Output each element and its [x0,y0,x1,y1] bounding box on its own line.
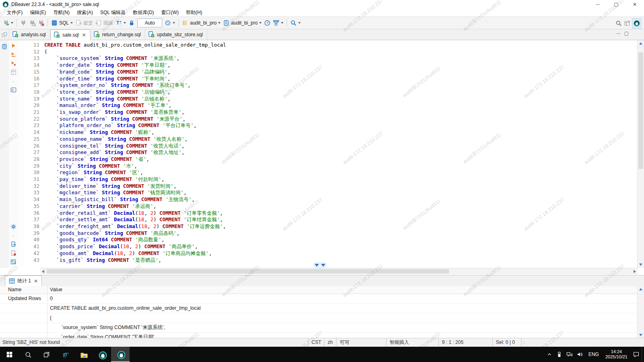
dropdown-arrow-icon[interactable] [259,22,262,24]
code-line[interactable]: 25 `consignee_name` String COMMENT '收货人名… [24,136,638,143]
show-desktop-button[interactable] [642,347,644,362]
code-line[interactable]: 16 `order_time` String COMMENT '下单时间', [24,76,638,82]
usb-icon[interactable] [554,347,564,362]
perspective-button[interactable] [623,19,632,28]
code-line[interactable]: 40 `goods_qty` Int64 COMMENT '商品数量', [24,237,638,243]
panel-vertical-scrollbar[interactable] [637,286,644,338]
dropdown-arrow-icon[interactable] [70,22,73,24]
plug-button[interactable] [19,18,28,28]
code-line[interactable]: 14 `order_date` String COMMENT '下单日期', [24,62,638,69]
menu-item-7[interactable]: 帮助(H) [182,8,206,17]
code-line[interactable]: 38 `order_freight_amt` Decimal(18, 2) CO… [24,223,638,230]
plug-connect-button[interactable] [2,18,14,28]
commit-mode-combo[interactable]: Auto [137,19,162,27]
editor-tab-0[interactable]: analysis.sql [9,29,50,40]
minimize-editor-icon[interactable]: ─ [617,31,620,36]
code-line[interactable]: 39 `goods_barcode` String COMMENT '商品条码'… [24,230,638,237]
menu-item-2[interactable]: 导航(N) [50,8,73,17]
editor-vertical-scrollbar[interactable] [637,40,644,268]
code-line[interactable]: 11CREATE TABLE audit_bi_pro.custom_onlin… [24,42,638,49]
panel-scroll-down-icon[interactable] [639,334,642,336]
code-line[interactable]: 19 `store_name` String COMMENT '店铺名称', [24,96,638,103]
code-line[interactable]: 18 `store_code` String COMMENT '店铺编码', [24,89,638,96]
scroll-right-icon[interactable] [634,270,636,273]
grid-header-value[interactable]: Value [47,286,638,294]
code-line[interactable]: 31 `pay_time` String COMMENT '付款时间', [24,176,638,183]
dropdown-arrow-icon[interactable] [298,22,301,24]
code-line[interactable]: 30 `region` String COMMENT '区', [24,169,638,176]
commit-button[interactable]: 提交 [74,18,94,28]
close-tab-icon[interactable]: ✕ [82,32,86,38]
start-taskbar-button[interactable] [0,347,19,362]
history-button[interactable] [163,18,176,28]
schema-button[interactable]: audit_bi_pro [222,18,263,28]
scroll-left-icon[interactable] [42,270,44,273]
search-button[interactable] [614,19,623,28]
vertical-scroll-thumb[interactable] [638,52,643,169]
dashboard-button[interactable] [263,18,272,28]
sql-editor-button[interactable]: SQL [50,18,74,28]
code-line[interactable]: 29 `city` String COMMENT '市', [24,163,638,170]
file-explorer-taskbar-button[interactable] [74,347,93,362]
code-line[interactable]: 42 `goods_amt` Decimal(18, 2) COMMENT '订… [24,250,638,257]
code-line[interactable]: 20 `manual_order` String COMMENT '手工单', [24,102,638,109]
horizontal-scroll-thumb[interactable] [47,269,449,274]
editor-horizontal-scrollbar[interactable] [40,268,638,275]
code-line[interactable]: 37 `order_settle_amt` Decimal(18, 2) COM… [24,216,638,223]
grid-row[interactable]: Updated Rows0 [0,294,638,304]
notification-center-icon[interactable] [631,347,642,362]
dropdown-arrow-icon[interactable] [173,22,175,24]
grid-row[interactable]: `order_date` String COMMENT '下单日期', [0,333,638,338]
code-line[interactable]: 15 `brand_code` String COMMENT '品牌编码', [24,69,638,76]
taskbar-search-taskbar-button[interactable] [19,347,37,362]
editor-tab-2[interactable]: return_change.sql [91,29,145,40]
taskbar-clock[interactable]: 14:24 2025/10/21 [602,349,631,360]
code-line[interactable]: 23 `platform_order_no` String COMMENT '平… [24,122,638,129]
menu-item-4[interactable]: SQL 编辑器 [97,8,129,17]
erd-button[interactable] [272,18,285,28]
scroll-down-icon[interactable] [639,263,642,266]
code-line[interactable]: 26 `consignee_tel` String COMMENT '收货人电话… [24,143,638,150]
panel-scroll-up-icon[interactable] [639,288,642,290]
menu-item-5[interactable]: 数据库(D) [129,8,158,17]
grid-row[interactable]: CREATE TABLE audit_bi_pro.custom_online_… [0,304,638,313]
volume-icon[interactable] [575,347,585,362]
search-blue-button[interactable] [289,18,302,28]
language-indicator[interactable]: ENG [585,347,602,362]
ie-taskbar-button[interactable]: e [56,347,74,362]
dbeaver-taskbar-button[interactable] [111,347,130,362]
database-navigator-icon[interactable] [1,43,8,51]
plug-disconnect-button[interactable] [37,18,45,28]
grid-row[interactable]: ( [0,313,638,323]
restore-panes-icon[interactable] [0,29,9,40]
code-line[interactable]: 36 `order_retail_amt` Decimal(18, 2) COM… [24,210,638,217]
maximize-editor-icon[interactable]: ▢ [624,31,629,36]
code-line[interactable]: 24 `nickname` String COMMENT '昵称', [24,129,638,136]
database-button[interactable]: audit_bi_pro [181,18,222,28]
menu-item-6[interactable]: 窗口(W) [158,8,182,17]
rollback-button[interactable]: 回滚 [94,18,114,28]
code-line[interactable]: 34 `main_logistic_bill` String COMMENT '… [24,196,638,203]
sash-restore-arrows[interactable] [313,262,327,268]
code-line[interactable]: 21 `is_swap_order` String COMMENT '是否换货单… [24,109,638,116]
code-line[interactable]: 17 `system_order_no` String COMMENT '系统订… [24,82,638,89]
code-line[interactable]: 22 `source_platform` String COMMENT '来源平… [24,116,638,123]
scroll-up-icon[interactable] [639,42,642,45]
dbeaver-taskbar-button[interactable] [93,347,111,362]
lock-button[interactable] [127,18,136,28]
code-line[interactable]: 27 `consignee_add` String COMMENT '收货人地址… [24,149,638,156]
grid-row[interactable]: `source_system` String COMMENT '来源系统', [0,323,638,333]
close-button[interactable]: ✕ [625,0,644,9]
dropdown-arrow-icon[interactable] [124,22,126,24]
grid-header-name[interactable]: Name [0,286,47,294]
task-view-taskbar-button[interactable] [37,347,56,362]
dbeaver-perspective-button[interactable] [632,18,642,29]
transaction-button[interactable]: T [114,18,127,28]
code-area[interactable]: 11CREATE TABLE audit_bi_pro.custom_onlin… [24,42,638,268]
tab-statistics[interactable]: 统计 1 ✕ [5,276,42,286]
code-line[interactable]: 32 `deliver_time` String COMMENT '发货时间', [24,183,638,190]
code-line[interactable]: 35 `carrier` String COMMENT '承运商', [24,203,638,210]
code-line[interactable]: 12( [24,49,638,56]
maximize-button[interactable]: ▢ [607,0,625,9]
close-tab-icon[interactable]: ✕ [34,278,38,284]
